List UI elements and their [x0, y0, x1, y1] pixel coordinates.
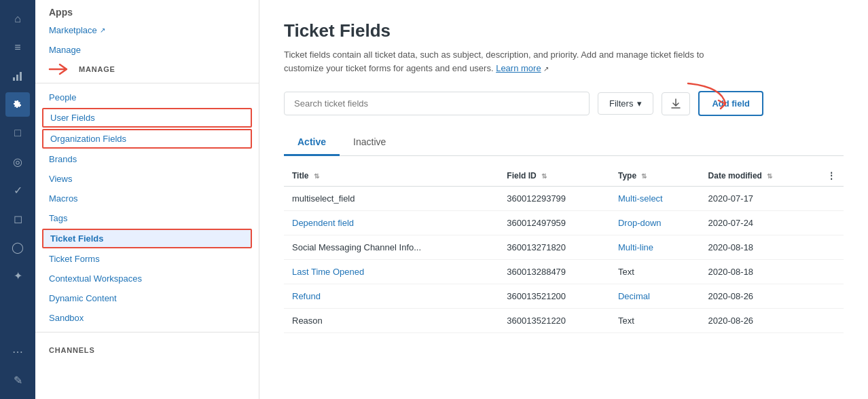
cell-title: multiselect_field [284, 187, 499, 211]
icon-rail: ⌂ ≡ □ ◎ ✓ ◻ ◯ ✦ ⋯ ✎ [0, 0, 35, 399]
sidebar-item-dynamic-content[interactable]: Dynamic Content [35, 288, 259, 308]
tab-inactive[interactable]: Inactive [340, 130, 399, 156]
col-type[interactable]: Type ⇅ [610, 166, 700, 187]
sort-icon-field-id: ⇅ [541, 172, 547, 180]
search-input-wrap [284, 92, 590, 115]
chart-icon[interactable] [5, 64, 30, 88]
cell-row-actions [819, 284, 844, 309]
cell-title: Social Messaging Channel Info... [284, 235, 499, 260]
field-table: Title ⇅ Field ID ⇅ Type ⇅ Date modified … [284, 166, 844, 333]
col-date-modified[interactable]: Date modified ⇅ [700, 166, 819, 187]
cell-date-modified: 2020-07-24 [700, 211, 819, 235]
table-row: Dependent field360012497959Drop-down2020… [284, 211, 844, 235]
cell-field-id: 360013521220 [499, 309, 610, 333]
svg-rect-0 [13, 77, 15, 81]
cell-date-modified: 2020-07-17 [700, 187, 819, 211]
chat-icon[interactable]: ◻ [5, 206, 30, 231]
col-title[interactable]: Title ⇅ [284, 166, 499, 187]
download-button[interactable] [662, 92, 690, 115]
sparkle-icon[interactable]: ✦ [5, 263, 30, 288]
globe-icon[interactable]: ◯ [5, 235, 30, 259]
svg-rect-2 [20, 72, 22, 81]
col-actions: ⋮ [819, 166, 844, 187]
cell-title[interactable]: Dependent field [284, 211, 499, 235]
sidebar-item-tags[interactable]: Tags [35, 208, 259, 228]
tab-active[interactable]: Active [284, 130, 340, 156]
dots-icon[interactable]: ⋯ [5, 339, 30, 364]
add-field-button[interactable]: Add field [698, 91, 763, 116]
channels-section-header: CHANNELS [35, 337, 259, 358]
home-icon[interactable]: ⌂ [5, 7, 30, 31]
cell-field-id: 360013521200 [499, 284, 610, 309]
cell-date-modified: 2020-08-26 [700, 309, 819, 333]
table-scroll-wrap[interactable]: Title ⇅ Field ID ⇅ Type ⇅ Date modified … [284, 166, 844, 333]
tabs: Active Inactive [284, 130, 844, 156]
sidebar-item-macros[interactable]: Macros [35, 189, 259, 208]
cell-row-actions [819, 187, 844, 211]
cell-title[interactable]: Refund [284, 284, 499, 309]
cell-title[interactable]: Last Time Opened [284, 260, 499, 284]
sidebar-item-brands[interactable]: Brands [35, 149, 259, 169]
sidebar-item-people[interactable]: People [35, 88, 259, 107]
apps-label: Apps [35, 0, 259, 20]
cell-type[interactable]: Multi-select [610, 187, 700, 211]
cell-row-actions [819, 211, 844, 235]
sidebar: Apps Marketplace ↗ Manage MANAGE People … [35, 0, 259, 399]
cell-title: Reason [284, 309, 499, 333]
learn-more-link[interactable]: Learn more [496, 63, 541, 73]
cell-date-modified: 2020-08-18 [700, 260, 819, 284]
sort-icon-date: ⇅ [767, 172, 772, 180]
main-content: Ticket Fields Ticket fields contain all … [259, 0, 868, 399]
check-icon[interactable]: ✓ [5, 178, 30, 202]
sidebar-item-ticket-fields[interactable]: Ticket Fields [42, 229, 252, 248]
sidebar-item-sandbox[interactable]: Sandbox [35, 308, 259, 328]
graduation-icon[interactable]: ◎ [5, 149, 30, 174]
cell-date-modified: 2020-08-18 [700, 235, 819, 260]
cell-row-actions [819, 235, 844, 260]
cell-date-modified: 2020-08-26 [700, 284, 819, 309]
marketplace-link[interactable]: Marketplace ↗ [35, 20, 259, 40]
list-icon[interactable]: ≡ [5, 35, 30, 60]
cell-type[interactable]: Drop-down [610, 211, 700, 235]
page-title: Ticket Fields [284, 20, 844, 41]
cell-field-id: 360012293799 [499, 187, 610, 211]
col-field-id[interactable]: Field ID ⇅ [499, 166, 610, 187]
toolbar: Filters ▾ Add field [284, 91, 844, 116]
sidebar-item-views[interactable]: Views [35, 169, 259, 189]
sidebar-item-org-fields[interactable]: Organization Fields [42, 129, 252, 149]
table-row: Social Messaging Channel Info...36001327… [284, 235, 844, 260]
external-link-icon: ↗ [100, 26, 105, 34]
sidebar-item-ticket-forms[interactable]: Ticket Forms [35, 249, 259, 269]
cell-row-actions [819, 309, 844, 333]
table-row: Refund360013521200Decimal2020-08-26 [284, 284, 844, 309]
sort-icon-type: ⇅ [641, 172, 647, 180]
square-icon[interactable]: □ [5, 121, 30, 145]
gear-icon[interactable] [5, 92, 30, 117]
table-row: Reason360013521220Text2020-08-26 [284, 309, 844, 333]
table-row: multiselect_field360012293799Multi-selec… [284, 187, 844, 211]
download-icon [670, 98, 681, 109]
cell-type: Text [610, 309, 700, 333]
cell-type: Text [610, 260, 700, 284]
cell-field-id: 360012497959 [499, 211, 610, 235]
search-input[interactable] [284, 92, 590, 115]
manage-arrow-icon [46, 62, 73, 76]
filters-button[interactable]: Filters ▾ [598, 92, 653, 115]
chevron-down-icon: ▾ [637, 98, 642, 109]
external-link-icon: ↗ [543, 65, 549, 73]
page-description: Ticket fields contain all ticket data, s… [284, 48, 746, 75]
cell-row-actions [819, 260, 844, 284]
cell-field-id: 360013271820 [499, 235, 610, 260]
manage-link[interactable]: Manage [35, 40, 259, 60]
sidebar-item-user-fields[interactable]: User Fields [42, 108, 252, 128]
manage-section-header: MANAGE [79, 65, 115, 73]
sidebar-item-contextual-workspaces[interactable]: Contextual Workspaces [35, 269, 259, 288]
sort-icon-title: ⇅ [314, 172, 319, 180]
table-row: Last Time Opened360013288479Text2020-08-… [284, 260, 844, 284]
cell-type[interactable]: Multi-line [610, 235, 700, 260]
edit-icon[interactable]: ✎ [5, 368, 30, 392]
svg-rect-1 [16, 75, 18, 81]
more-options-icon[interactable]: ⋮ [827, 171, 835, 180]
cell-field-id: 360013288479 [499, 260, 610, 284]
cell-type[interactable]: Decimal [610, 284, 700, 309]
